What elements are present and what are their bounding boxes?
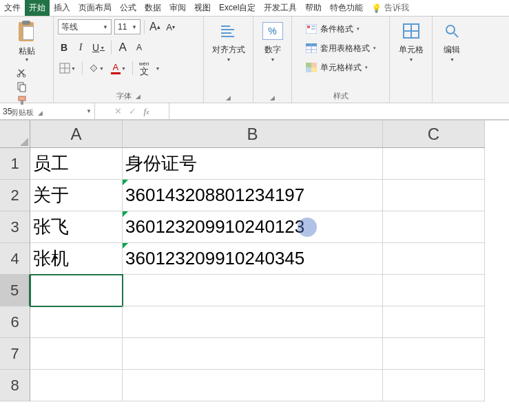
error-indicator-icon xyxy=(123,211,128,217)
row-header-5[interactable]: 5 xyxy=(0,275,30,306)
phonetic-guide-button[interactable]: wén文 xyxy=(138,61,151,76)
cancel-formula-button[interactable]: ✕ xyxy=(114,106,122,116)
tab-data[interactable]: 数据 xyxy=(141,0,165,16)
formula-input[interactable] xyxy=(169,103,509,119)
dialog-launcher-icon[interactable]: ◢ xyxy=(226,94,231,101)
cells-button[interactable]: 单元格 ▼ xyxy=(396,19,426,65)
cell-styles-icon xyxy=(305,62,318,73)
tab-insert[interactable]: 插入 xyxy=(50,0,74,16)
enter-formula-button[interactable]: ✓ xyxy=(129,106,136,116)
tab-review[interactable]: 审阅 xyxy=(165,0,190,16)
cell-c2[interactable] xyxy=(383,180,485,211)
cell-c6[interactable] xyxy=(383,306,485,338)
cell-b5[interactable] xyxy=(123,275,383,306)
group-styles: 条件格式▾ 套用表格格式▾ 单元格样式▾ 样式 xyxy=(292,17,390,103)
cell-c5[interactable] xyxy=(383,275,485,306)
dialog-launcher-icon[interactable]: ◢ xyxy=(270,94,275,101)
format-table-label: 套用表格格式 xyxy=(320,43,370,54)
font-name-combo[interactable]: 等线▼ xyxy=(58,19,112,34)
col-header-a[interactable]: A xyxy=(30,120,123,148)
row-header-4[interactable]: 4 xyxy=(0,243,30,275)
tab-developer[interactable]: 开发工具 xyxy=(260,0,301,16)
cell-b1[interactable]: 身份证号 xyxy=(123,148,383,180)
cell-c1[interactable] xyxy=(383,148,485,180)
font-size-combo[interactable]: 11▼ xyxy=(114,19,141,34)
ribbon: 粘贴 ▼ 剪贴板◢ 等线▼ 11▼ A▴ A▾ B I U▼ xyxy=(0,17,509,103)
svg-rect-5 xyxy=(21,101,23,105)
dialog-launcher-icon[interactable]: ◢ xyxy=(136,93,141,100)
tab-excel-custom[interactable]: Excel自定 xyxy=(215,0,260,16)
chevron-down-icon: ▼ xyxy=(409,57,414,62)
tell-me-search[interactable]: 💡 告诉我 xyxy=(371,0,409,16)
chevron-down-icon: ▼ xyxy=(103,24,108,30)
conditional-formatting-button[interactable]: 条件格式▾ xyxy=(305,21,360,37)
increase-font-button[interactable]: A▴ xyxy=(148,19,162,34)
editing-button[interactable]: 编辑 ▼ xyxy=(439,19,464,65)
cell-a2[interactable]: 关于 xyxy=(30,180,123,211)
col-header-c[interactable]: C xyxy=(383,120,485,148)
tab-special[interactable]: 特色功能 xyxy=(326,0,367,16)
font-color-button[interactable]: A▼ xyxy=(110,61,127,76)
cell-c8[interactable] xyxy=(383,370,485,401)
group-cells: 单元格 ▼ xyxy=(390,17,433,103)
format-as-table-button[interactable]: 套用表格格式▾ xyxy=(305,40,376,56)
svg-rect-11 xyxy=(311,25,315,27)
row-header-8[interactable]: 8 xyxy=(0,370,30,401)
cell-a8[interactable] xyxy=(30,370,123,401)
cell-b3[interactable]: 360123209910240123 xyxy=(123,211,383,243)
svg-line-22 xyxy=(454,33,458,37)
cut-button[interactable] xyxy=(16,67,28,78)
percent-icon: % xyxy=(262,22,283,40)
cell-b2[interactable]: 360143208801234197 xyxy=(123,180,383,211)
cell-styles-button[interactable]: 单元格样式▾ xyxy=(305,59,368,76)
conditional-formatting-icon xyxy=(305,23,318,34)
font-size-value: 11 xyxy=(118,22,127,32)
group-styles-label: 样式 xyxy=(333,91,349,101)
cell-b8[interactable] xyxy=(123,370,383,401)
tab-file[interactable]: 文件 xyxy=(0,0,25,16)
tab-view[interactable]: 视图 xyxy=(190,0,215,16)
cell-c4[interactable] xyxy=(383,243,485,275)
number-format-button[interactable]: % 数字 ▼ xyxy=(260,19,286,65)
insert-function-button[interactable]: fx xyxy=(143,106,149,117)
cell-a7[interactable] xyxy=(30,338,123,370)
cell-c3[interactable] xyxy=(383,211,485,243)
paste-label: 粘贴 xyxy=(19,45,35,57)
row-header-6[interactable]: 6 xyxy=(0,306,30,338)
row-header-2[interactable]: 2 xyxy=(0,180,30,211)
cell-b6[interactable] xyxy=(123,306,383,338)
fill-color-button[interactable]: ▼ xyxy=(87,61,105,76)
select-all-corner[interactable] xyxy=(0,120,30,148)
cell-c7[interactable] xyxy=(383,338,485,370)
row-header-7[interactable]: 7 xyxy=(0,338,30,370)
cell-a3[interactable]: 张飞 xyxy=(30,211,123,243)
paste-button[interactable]: 粘贴 ▼ xyxy=(16,19,38,63)
copy-button[interactable] xyxy=(16,81,28,92)
borders-button[interactable]: ▼ xyxy=(58,61,77,76)
row-header-1[interactable]: 1 xyxy=(0,148,30,180)
cell-b4[interactable]: 360123209910240345 xyxy=(123,243,383,275)
find-icon xyxy=(442,22,461,40)
cell-a6[interactable] xyxy=(30,306,123,338)
alignment-button[interactable]: 对齐方式 ▼ xyxy=(209,19,248,65)
svg-rect-12 xyxy=(311,28,315,30)
row-header-3[interactable]: 3 xyxy=(0,211,30,243)
shrink-font-a-button[interactable]: A xyxy=(133,40,145,55)
cell-b7[interactable] xyxy=(123,338,383,370)
decrease-font-button[interactable]: A▾ xyxy=(165,19,177,34)
dialog-launcher-icon[interactable]: ◢ xyxy=(38,109,43,116)
tab-formulas[interactable]: 公式 xyxy=(116,0,141,16)
bold-button[interactable]: B xyxy=(58,40,70,55)
cell-a5[interactable] xyxy=(30,275,123,306)
tab-home[interactable]: 开始 xyxy=(25,0,50,16)
italic-button[interactable]: I xyxy=(74,40,87,55)
group-alignment: 对齐方式 ▼ ◢ xyxy=(204,17,253,103)
col-header-b[interactable]: B xyxy=(123,120,383,148)
format-painter-button[interactable] xyxy=(16,95,28,106)
cell-a4[interactable]: 张机 xyxy=(30,243,123,275)
tab-help[interactable]: 帮助 xyxy=(301,0,326,16)
cell-a1[interactable]: 员工 xyxy=(30,148,123,180)
underline-button[interactable]: U▼ xyxy=(91,40,106,55)
grow-font-a-button[interactable]: A xyxy=(116,40,129,55)
tab-page-layout[interactable]: 页面布局 xyxy=(74,0,116,16)
